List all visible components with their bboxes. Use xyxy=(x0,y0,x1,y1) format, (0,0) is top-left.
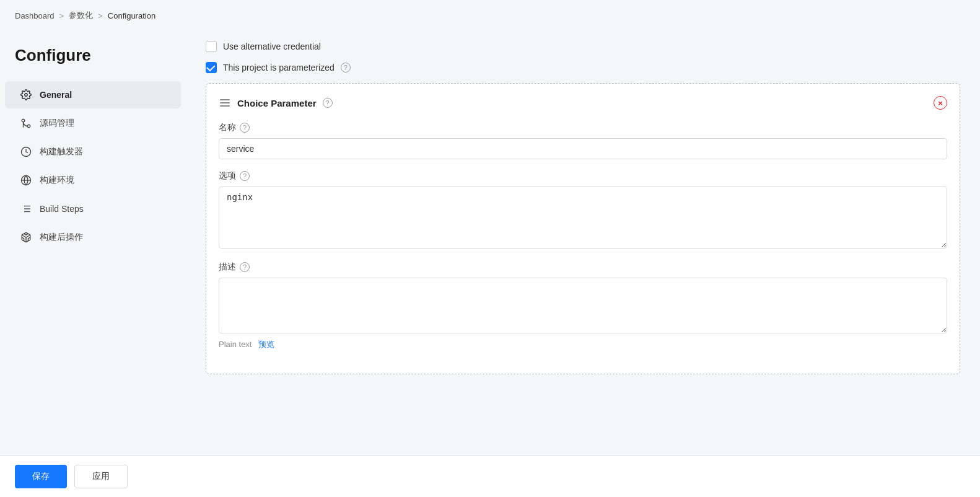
main-layout: Configure General 源码管理 xyxy=(0,31,980,497)
sidebar-label-trigger: 构建触发器 xyxy=(40,146,83,157)
breadcrumb-dashboard[interactable]: Dashboard xyxy=(15,11,55,20)
svg-point-0 xyxy=(25,94,28,97)
param-card: Choice Parameter ? × 名称 ? 选项 ? nginx xyxy=(206,83,960,374)
sidebar-label-env: 构建环境 xyxy=(40,175,74,186)
plain-text-label: Plain text xyxy=(219,340,252,349)
sidebar-item-build-steps[interactable]: Build Steps xyxy=(5,195,181,222)
param-title-help-icon[interactable]: ? xyxy=(323,98,333,108)
source-icon xyxy=(20,117,32,130)
options-textarea[interactable]: nginx xyxy=(219,187,947,248)
post-build-icon xyxy=(20,231,32,244)
description-field-group: 描述 ? Plain text 预览 xyxy=(219,262,947,350)
options-label-text: 选项 xyxy=(219,170,236,182)
drag-line-1 xyxy=(220,99,230,100)
sidebar-item-env[interactable]: 构建环境 xyxy=(5,167,181,194)
alt-credential-row: Use alternative credential xyxy=(206,41,960,52)
sidebar: Configure General 源码管理 xyxy=(0,31,186,497)
sidebar-label-post-build: 构建后操作 xyxy=(40,232,83,243)
parameterized-help-icon[interactable]: ? xyxy=(341,63,351,73)
breadcrumb-sep-2: > xyxy=(98,11,103,20)
description-textarea[interactable] xyxy=(219,278,947,333)
alt-credential-checkbox[interactable] xyxy=(206,41,217,52)
options-help-icon[interactable]: ? xyxy=(240,171,250,181)
drag-handle[interactable] xyxy=(219,98,231,108)
param-card-title: Choice Parameter xyxy=(237,98,317,108)
apply-button[interactable]: 应用 xyxy=(74,465,128,488)
drag-line-2 xyxy=(220,102,230,103)
svg-point-1 xyxy=(27,125,30,128)
sidebar-label-source: 源码管理 xyxy=(40,118,74,129)
description-help-icon[interactable]: ? xyxy=(240,262,250,272)
footer-bar: 保存 应用 xyxy=(0,455,980,497)
name-field-group: 名称 ? xyxy=(219,122,947,159)
save-button[interactable]: 保存 xyxy=(15,465,67,488)
name-help-icon[interactable]: ? xyxy=(240,123,250,133)
svg-point-2 xyxy=(22,119,25,122)
breadcrumb-sep-1: > xyxy=(59,11,64,20)
parameterized-checkbox[interactable] xyxy=(206,62,217,73)
description-label-text: 描述 xyxy=(219,262,236,273)
param-card-title-group: Choice Parameter ? xyxy=(219,98,333,108)
page-title: Configure xyxy=(0,41,186,80)
description-field-label: 描述 ? xyxy=(219,262,947,273)
preview-link[interactable]: 预览 xyxy=(258,340,274,349)
drag-line-3 xyxy=(220,105,230,107)
content-area: Use alternative credential This project … xyxy=(186,31,980,497)
name-label-text: 名称 xyxy=(219,122,236,133)
param-card-header: Choice Parameter ? × xyxy=(219,96,947,110)
parameterized-row: This project is parameterized ? xyxy=(206,62,960,73)
description-footer: Plain text 预览 xyxy=(219,339,947,350)
breadcrumb: Dashboard > 参数化 > Configuration xyxy=(0,0,980,31)
sidebar-label-general: General xyxy=(40,90,72,100)
sidebar-item-source[interactable]: 源码管理 xyxy=(5,110,181,137)
breadcrumb-parameterized[interactable]: 参数化 xyxy=(69,10,93,21)
globe-icon xyxy=(20,174,32,187)
sidebar-label-build-steps: Build Steps xyxy=(40,204,84,214)
param-card-close-button[interactable]: × xyxy=(934,96,947,110)
sidebar-item-trigger[interactable]: 构建触发器 xyxy=(5,138,181,165)
build-steps-icon xyxy=(20,203,32,215)
sidebar-item-general[interactable]: General xyxy=(5,81,181,108)
options-field-group: 选项 ? nginx xyxy=(219,170,947,250)
options-field-label: 选项 ? xyxy=(219,170,947,182)
breadcrumb-configuration: Configuration xyxy=(108,11,155,20)
name-field-label: 名称 ? xyxy=(219,122,947,133)
gear-icon xyxy=(20,89,32,101)
alt-credential-label: Use alternative credential xyxy=(223,42,321,51)
trigger-icon xyxy=(20,146,32,158)
parameterized-label: This project is parameterized xyxy=(223,63,335,73)
name-input[interactable] xyxy=(219,138,947,159)
sidebar-item-post-build[interactable]: 构建后操作 xyxy=(5,224,181,251)
